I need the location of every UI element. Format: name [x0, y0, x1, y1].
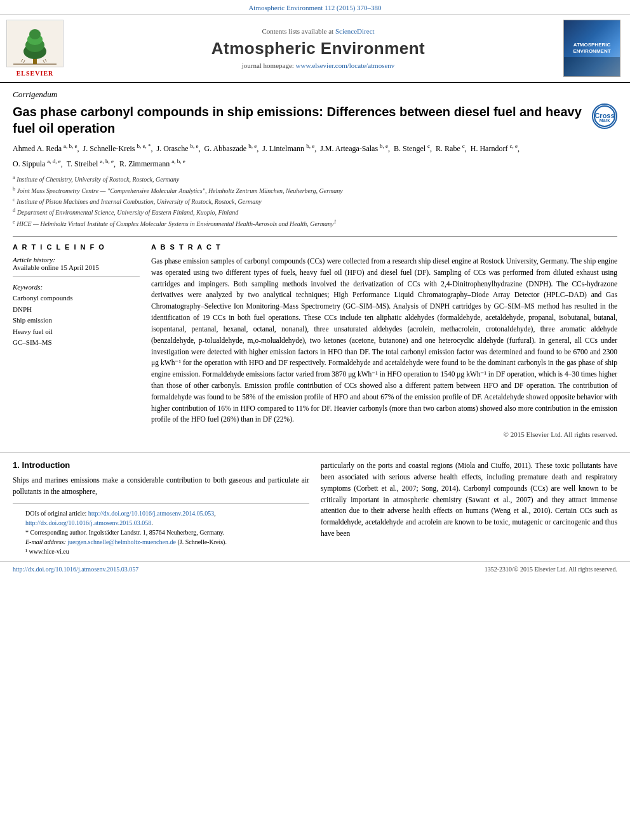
article-title-area: Gas phase carbonyl compounds in ship emi… — [13, 103, 617, 137]
abstract-heading: A B S T R A C T — [151, 243, 617, 251]
elsevier-tree-container — [6, 20, 64, 67]
intro-left-text: Ships and marines emissions make a consi… — [13, 475, 309, 498]
svg-text:Mark: Mark — [600, 118, 610, 123]
intro-heading: 1. Introduction — [13, 460, 309, 470]
article-info-heading: A R T I C L E I N F O — [13, 243, 140, 251]
introduction-section: 1. Introduction Ships and marines emissi… — [0, 460, 630, 561]
crossmark-badge: Cross Mark — [592, 103, 617, 129]
keyword-3: Ship emission — [13, 315, 140, 326]
affiliation-b: b Joint Mass Spectrometry Centre — "Comp… — [13, 185, 617, 196]
journal-title-main: Atmospheric Environment — [211, 39, 426, 58]
abstract-text: Gas phase emission samples of carbonyl c… — [151, 256, 617, 425]
affiliations: a Institute of Chemistry, University of … — [13, 174, 617, 229]
elsevier-logo-area: ELSEVIER — [6, 20, 76, 77]
affiliation-d: d Department of Environmental Science, U… — [13, 207, 617, 217]
article-doi-link[interactable]: http://dx.doi.org/10.1016/j.atmosenv.201… — [13, 566, 138, 573]
article-history-label: Article history: — [13, 256, 140, 263]
page-wrapper: Atmospheric Environment 112 (2015) 370–3… — [0, 0, 630, 840]
doi-link-1[interactable]: http://dx.doi.org/10.1016/j.atmosenv.201… — [88, 510, 214, 517]
authors-line: Ahmed A. Reda a, b, e, J. Schnelle-Kreis… — [13, 142, 617, 155]
sciencedirect-link[interactable]: ScienceDirect — [335, 27, 375, 35]
journal-cover-area: ATMOSPHERIC ENVIRONMENT — [560, 20, 624, 77]
intro-right-column: particularly on the ports and coastal re… — [321, 460, 617, 561]
affiliation-c: c Institute of Piston Machines and Inter… — [13, 196, 617, 206]
journal-cover-text: ATMOSPHERIC ENVIRONMENT — [564, 39, 620, 58]
keyword-2: DNPH — [13, 304, 140, 316]
contents-list-text: Contents lists available at ScienceDirec… — [262, 27, 374, 35]
keywords-label: Keywords: — [13, 283, 140, 291]
journal-homepage-link[interactable]: www.elsevier.com/locate/atmosenv — [296, 62, 395, 69]
journal-citation: Atmospheric Environment 112 (2015) 370–3… — [248, 4, 381, 11]
elsevier-logo: ELSEVIER — [6, 20, 64, 77]
affiliation-a: a Institute of Chemistry, University of … — [13, 174, 617, 184]
article-info-abstract-section: A R T I C L E I N F O Article history: A… — [13, 236, 617, 438]
email-link[interactable]: juergen.schnelle@helmholtz-muenchen.de — [67, 538, 176, 545]
bottom-copyright: 1352-2310/© 2015 Elsevier Ltd. All right… — [485, 566, 617, 573]
keyword-5: GC–SIM–MS — [13, 337, 140, 349]
keyword-4: Heavy fuel oil — [13, 326, 140, 338]
journal-cover-city-silhouette — [564, 57, 620, 76]
article-content: Corrigendum Gas phase carbonyl compounds… — [0, 83, 630, 444]
section-divider — [0, 452, 630, 453]
keyword-1: Carbonyl compounds — [13, 293, 140, 304]
available-online: Available online 15 April 2015 — [13, 263, 140, 271]
journal-bar: Atmospheric Environment 112 (2015) 370–3… — [0, 0, 630, 15]
corresponding-author-footnote: * Corresponding author. Ingolstädter Lan… — [25, 528, 297, 537]
article-type-label: Corrigendum — [13, 90, 617, 100]
abstract-column: A B S T R A C T Gas phase emission sampl… — [151, 243, 617, 438]
intro-left-column: 1. Introduction Ships and marines emissi… — [13, 460, 309, 561]
journal-title-area: Contents lists available at ScienceDirec… — [83, 20, 554, 77]
journal-cover-image: ATMOSPHERIC ENVIRONMENT — [563, 20, 620, 77]
abstract-copyright: © 2015 Elsevier Ltd. All rights reserved… — [151, 430, 617, 438]
doi-link-2[interactable]: http://dx.doi.org/10.1016/j.atmosenv.201… — [25, 519, 151, 526]
svg-point-6 — [29, 29, 41, 39]
email-footnote: E-mail address: juergen.schnelle@helmhol… — [25, 537, 297, 547]
footnote-1: ¹ www.hice-vi.eu — [25, 547, 297, 556]
footnotes-area: DOIs of original article: http://dx.doi.… — [13, 503, 309, 561]
journal-header: ELSEVIER Contents lists available at Sci… — [0, 15, 630, 83]
affiliation-e: e HICE — Helmholtz Virtual Institute of … — [13, 218, 617, 229]
elsevier-tree-svg — [7, 21, 63, 67]
journal-homepage: journal homepage: www.elsevier.com/locat… — [242, 62, 395, 69]
article-info-column: A R T I C L E I N F O Article history: A… — [13, 243, 140, 438]
doi-original-footnote: DOIs of original article: http://dx.doi.… — [25, 509, 297, 528]
intro-right-text: particularly on the ports and coastal re… — [321, 460, 617, 540]
article-title: Gas phase carbonyl compounds in ship emi… — [13, 103, 586, 137]
elsevier-wordmark: ELSEVIER — [17, 70, 54, 77]
authors-line-2: O. Sippula a, d, e, T. Streibel a, b, e,… — [13, 157, 617, 170]
bottom-bar: http://dx.doi.org/10.1016/j.atmosenv.201… — [0, 561, 630, 577]
